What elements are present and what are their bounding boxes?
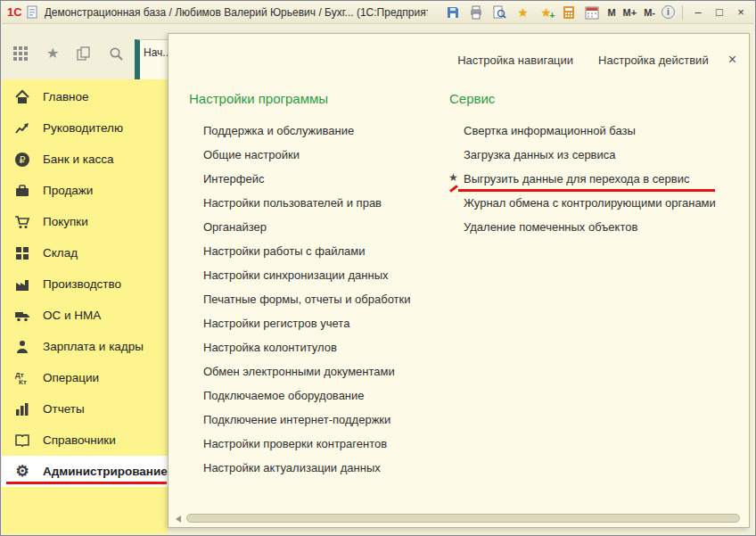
sidebar-item-otchety[interactable]: Отчеты (2, 393, 168, 425)
search-icon[interactable] (109, 46, 124, 62)
top-toolbar: ★ Нач... (2, 24, 168, 79)
svg-text:Кт: Кт (19, 378, 27, 386)
sidebar-item-label: Склад (43, 246, 78, 260)
panel-link-udalenie-obektov[interactable]: Удаление помеченных объектов (449, 215, 752, 239)
person-icon (13, 339, 31, 355)
sidebar-item-os-i-nma[interactable]: ОС и НМА (2, 300, 168, 331)
red-underline-annotation (6, 482, 167, 484)
panel-link-elektronnye-dokumenty[interactable]: Обмен электронными документами (189, 359, 443, 383)
sidebar-item-sklad[interactable]: Склад (2, 237, 168, 268)
sidebar-item-proizvodstvo[interactable]: Производство (2, 268, 168, 300)
scrollbar-thumb[interactable] (186, 514, 740, 523)
factory-icon (13, 276, 31, 293)
panel-link-registry-ucheta[interactable]: Настройки регистров учета (189, 311, 443, 335)
panel-link-zhurnal-obmena[interactable]: Журнал обмена с контролирующими органами (449, 191, 752, 215)
sidebar-item-label: Зарплата и кадры (43, 340, 144, 353)
panel-link-zagruzka-iz-servisa[interactable]: Загрузка данных из сервиса (449, 143, 752, 167)
administration-panel: Настройка навигации Настройка действий ×… (168, 33, 750, 528)
favorites-icon[interactable]: ★ (46, 46, 59, 61)
panel-link-organayzer[interactable]: Органайзер (189, 215, 443, 239)
panel-header: Настройка навигации Настройка действий × (457, 52, 736, 68)
sidebar-item-spravochniki[interactable]: Справочники (2, 425, 168, 456)
panel-link-interfeys[interactable]: Интерфейс (189, 167, 443, 191)
nav-settings-button[interactable]: Настройка навигации (457, 54, 573, 67)
memory-m-plus-button[interactable]: M+ (622, 7, 638, 18)
sidebar-item-label: Справочники (43, 433, 116, 447)
gear-icon: ⚙ (13, 464, 31, 479)
sidebar-item-label: Операции (43, 371, 99, 384)
add-favorite-icon[interactable]: ★ + (537, 4, 555, 21)
memory-m-button[interactable]: M (606, 7, 616, 18)
panel-close-icon[interactable]: × (728, 52, 736, 68)
panel-link-vygruzit-dannye[interactable]: ★ Выгрузить данные для перехода в сервис (449, 167, 752, 191)
sidebar-item-rukovoditelyu[interactable]: Руководителю (2, 112, 168, 144)
horizontal-scrollbar[interactable] (176, 514, 742, 523)
titlebar: 1С Демонстрационная база / Любимов Валер… (2, 1, 754, 24)
panel-link-proverka-kontragentov[interactable]: Настройки проверки контрагентов (189, 432, 443, 456)
sidebar-item-glavnoe[interactable]: Главное (2, 81, 168, 112)
minimize-button[interactable]: – (690, 5, 706, 19)
dt-kt-icon: ДтКт (13, 370, 31, 386)
maximize-button[interactable]: □ (711, 5, 727, 19)
panel-link-rabota-s-faylami[interactable]: Настройки работы с файлами (189, 239, 443, 263)
panel-link-aktualizaciya-dannyh[interactable]: Настройки актуализации данных (189, 456, 443, 480)
history-icon[interactable] (77, 46, 91, 61)
sidebar-item-prodazhi[interactable]: Продажи (2, 175, 168, 206)
panel-link-sinhronizaciya[interactable]: Настройки синхронизации данных (189, 263, 443, 287)
panel-link-internet-podderzhka[interactable]: Подключение интернет-поддержки (189, 408, 443, 432)
home-icon (13, 89, 31, 105)
sidebar-item-label: Производство (43, 277, 121, 291)
sidebar-item-label: Отчеты (43, 402, 85, 416)
calculator-icon[interactable] (560, 4, 578, 21)
service-links: Свертка информационной базы Загрузка дан… (449, 119, 752, 239)
panel-link-obshchie-nastroyki[interactable]: Общие настройки (189, 143, 443, 167)
panel-link-kolontituly[interactable]: Настройка колонтитулов (189, 335, 443, 359)
titlebar-toolbar: ★ ★ + M M+ M- i – □ × (444, 4, 749, 21)
save-icon[interactable] (444, 4, 462, 21)
service-column: Сервис Свертка информационной базы Загру… (449, 91, 752, 239)
sidebar-item-label: Главное (43, 90, 89, 103)
plus-badge: + (550, 12, 555, 21)
window-title: Демонстрационная база / Любимов Валерий … (45, 6, 428, 19)
column-title-program: Настройки программы (189, 91, 443, 106)
cart-icon (13, 214, 31, 230)
tab-home-page[interactable]: Нач... (135, 39, 168, 79)
panel-link-podderzhka[interactable]: Поддержка и обслуживание (189, 119, 443, 143)
sidebar-item-label: Покупки (43, 215, 88, 228)
program-settings-column: Настройки программы Поддержка и обслужив… (189, 91, 443, 480)
info-icon[interactable]: i (662, 5, 675, 19)
sidebar-item-bank-i-kassa[interactable]: ₽ Банк и касса (2, 144, 168, 175)
sidebar-item-label: Продажи (43, 184, 93, 197)
svg-text:₽: ₽ (20, 154, 26, 165)
sidebar-item-label: Администрирование (43, 465, 168, 478)
panel-link-oborudovanie[interactable]: Подключаемое оборудование (189, 383, 443, 408)
bar-chart-icon (13, 401, 31, 417)
action-settings-button[interactable]: Настройка действий (598, 54, 709, 67)
sidebar-item-pokupki[interactable]: Покупки (2, 206, 168, 237)
find-icon[interactable] (490, 4, 508, 21)
scrollbar-left-arrow[interactable] (176, 515, 181, 523)
program-links: Поддержка и обслуживание Общие настройки… (189, 119, 443, 480)
favorites-icon[interactable]: ★ (514, 4, 531, 21)
close-button[interactable]: × (733, 5, 749, 19)
truck-icon (13, 308, 31, 324)
memory-m-minus-button[interactable]: M- (643, 7, 656, 18)
menu-grid-icon[interactable] (12, 45, 29, 62)
sidebar-item-label: ОС и НМА (43, 309, 101, 322)
panel-link-pechatnye-formy[interactable]: Печатные формы, отчеты и обработки (189, 287, 443, 311)
calendar-icon[interactable] (583, 4, 601, 21)
panel-link-polzovateli-i-prava[interactable]: Настройки пользователей и прав (189, 191, 443, 215)
trend-chart-icon (13, 120, 31, 136)
boxes-icon (13, 245, 31, 261)
app-window: 1С Демонстрационная база / Любимов Валер… (0, 0, 756, 536)
separator (682, 5, 683, 20)
sidebar: Главное Руководителю ₽ Банк и касса Прод… (2, 79, 168, 534)
column-title-service: Сервис (449, 91, 752, 106)
sidebar-item-zarplata-i-kadry[interactable]: Зарплата и кадры (2, 331, 168, 362)
print-icon[interactable] (467, 4, 485, 21)
sidebar-item-label: Банк и касса (43, 153, 114, 166)
sidebar-item-operacii[interactable]: ДтКт Операции (2, 362, 168, 393)
panel-link-svertka[interactable]: Свертка информационной базы (449, 119, 752, 143)
document-icon (27, 5, 39, 19)
sidebar-item-administrirovanie[interactable]: ⚙ Администрирование (2, 456, 168, 487)
